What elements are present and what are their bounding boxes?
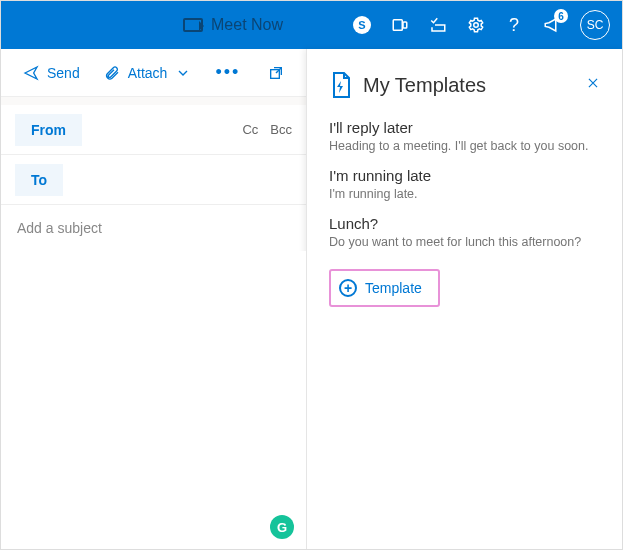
template-preview: I'm running late.	[329, 187, 600, 201]
video-icon	[183, 18, 203, 32]
template-preview: Do you want to meet for lunch this after…	[329, 235, 600, 249]
gear-icon	[467, 16, 485, 34]
notifications-button[interactable]: 6	[536, 9, 568, 41]
subject-row	[1, 205, 306, 251]
help-button[interactable]: ?	[498, 9, 530, 41]
grammarly-icon: G	[277, 520, 287, 535]
attach-button[interactable]: Attach	[94, 59, 202, 87]
popout-icon	[268, 65, 284, 81]
paperclip-icon	[104, 65, 120, 81]
send-label: Send	[47, 65, 80, 81]
subject-input[interactable]	[17, 220, 290, 236]
plus-icon: +	[339, 279, 357, 297]
cc-button[interactable]: Cc	[242, 122, 258, 137]
meet-now-label: Meet Now	[211, 16, 283, 34]
svg-rect-1	[403, 22, 407, 28]
teams-icon	[391, 16, 409, 34]
templates-panel: My Templates I'll reply later Heading to…	[306, 49, 622, 550]
grammarly-button[interactable]: G	[270, 515, 294, 539]
template-preview: Heading to a meeting. I'll get back to y…	[329, 139, 600, 153]
skype-icon: S	[353, 16, 371, 34]
to-button[interactable]: To	[15, 164, 63, 196]
avatar-initials: SC	[587, 18, 604, 32]
svg-point-2	[474, 23, 479, 28]
ellipsis-icon: •••	[215, 62, 240, 82]
skype-button[interactable]: S	[346, 9, 378, 41]
todo-button[interactable]	[422, 9, 454, 41]
compose-pane: Send Attach ••• From Cc Bcc	[1, 49, 306, 550]
bcc-button[interactable]: Bcc	[270, 122, 292, 137]
settings-button[interactable]	[460, 9, 492, 41]
panel-header: My Templates	[329, 71, 600, 99]
popout-button[interactable]	[258, 59, 294, 87]
send-icon	[23, 65, 39, 81]
panel-title: My Templates	[363, 74, 576, 97]
template-item[interactable]: I'll reply later Heading to a meeting. I…	[329, 119, 600, 153]
main-area: Send Attach ••• From Cc Bcc	[1, 49, 622, 550]
meet-now-button[interactable]: Meet Now	[183, 16, 283, 34]
add-template-label: Template	[365, 280, 422, 296]
to-field[interactable]: To	[1, 155, 306, 205]
todo-icon	[429, 16, 447, 34]
from-field: From Cc Bcc	[1, 105, 306, 155]
close-panel-button[interactable]	[586, 76, 600, 94]
templates-icon	[329, 71, 353, 99]
send-button[interactable]: Send	[13, 59, 90, 87]
from-button[interactable]: From	[15, 114, 82, 146]
add-template-button[interactable]: + Template	[329, 269, 440, 307]
template-title: Lunch?	[329, 215, 600, 232]
template-title: I'm running late	[329, 167, 600, 184]
message-body[interactable]: G	[1, 251, 306, 550]
more-actions-button[interactable]: •••	[205, 62, 250, 83]
compose-toolbar: Send Attach •••	[1, 49, 306, 97]
template-item[interactable]: I'm running late I'm running late.	[329, 167, 600, 201]
top-bar: Meet Now S ? 6 SC	[1, 1, 622, 49]
close-icon	[586, 76, 600, 90]
recipient-fields: From Cc Bcc To	[1, 105, 306, 205]
help-icon: ?	[509, 15, 519, 36]
template-title: I'll reply later	[329, 119, 600, 136]
account-avatar[interactable]: SC	[580, 10, 610, 40]
chevron-down-icon	[175, 65, 191, 81]
notification-badge: 6	[554, 9, 568, 23]
teams-button[interactable]	[384, 9, 416, 41]
cc-bcc-group: Cc Bcc	[242, 122, 292, 137]
svg-rect-0	[393, 20, 402, 31]
template-item[interactable]: Lunch? Do you want to meet for lunch thi…	[329, 215, 600, 249]
attach-label: Attach	[128, 65, 168, 81]
